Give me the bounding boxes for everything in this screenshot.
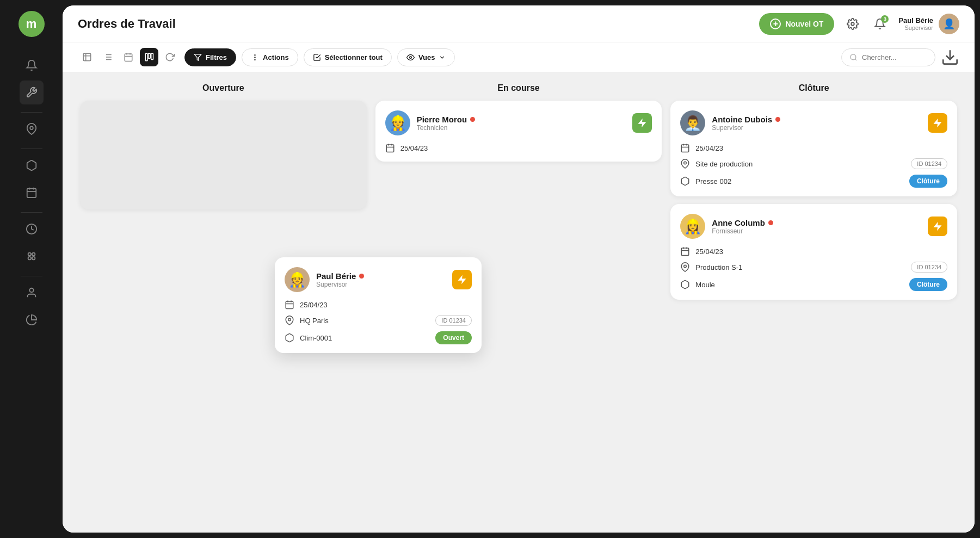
svg-point-7 <box>32 253 34 256</box>
search-input[interactable] <box>862 53 927 61</box>
online-indicator <box>775 117 780 122</box>
svg-point-33 <box>850 54 856 59</box>
card-antoine[interactable]: 👨‍💼 Antoine Dubois Supervisor <box>670 101 957 196</box>
svg-rect-27 <box>151 53 153 59</box>
notifications-button[interactable]: 3 <box>870 14 890 34</box>
sidebar-item-calendar[interactable] <box>20 181 44 205</box>
svg-line-34 <box>855 59 856 60</box>
sidebar: m <box>0 0 63 538</box>
sidebar-divider-1 <box>21 112 42 113</box>
popup-role: Supervisor <box>316 281 364 288</box>
popup-info: 25/04/23 HQ Paris ID 01234 Clim-0001 Ouv… <box>285 300 472 344</box>
svg-rect-21 <box>125 54 132 61</box>
header: Ordres de Travail + Nouvel OT 3 Paul Bér… <box>63 5 975 42</box>
svg-rect-1 <box>27 189 36 198</box>
svg-rect-25 <box>145 53 147 61</box>
user-name: Paul Bérie <box>898 16 933 24</box>
download-button[interactable] <box>941 48 959 66</box>
search-box[interactable] <box>841 48 935 66</box>
svg-point-9 <box>32 257 34 260</box>
svg-point-6 <box>28 253 31 256</box>
popup-status: Ouvert <box>435 331 472 344</box>
popup-card-paul[interactable]: 👷 Paul Bérie Supervisor <box>275 257 482 353</box>
card-anne[interactable]: 👷‍♀️ Anne Columb Fornisseur <box>670 204 957 300</box>
card-anne-id: ID 01234 <box>911 262 947 273</box>
card-anne-info: 25/04/23 Production S-1 ID 01234 <box>680 246 947 291</box>
filter-button[interactable]: Filtres <box>184 48 236 66</box>
card-antoine-machine: Presse 002 Clôture <box>680 175 947 188</box>
sidebar-item-maintenance[interactable] <box>20 81 44 104</box>
user-avatar[interactable]: 👤 <box>939 14 959 34</box>
svg-point-32 <box>410 56 412 58</box>
card-anne-date: 25/04/23 <box>680 246 947 256</box>
svg-point-0 <box>30 126 33 129</box>
svg-point-49 <box>684 265 687 268</box>
card-antoine-id: ID 01234 <box>911 158 947 169</box>
card-antoine-role: Supervisor <box>712 124 780 132</box>
card-anne-header: 👷‍♀️ Anne Columb Fornisseur <box>680 214 947 239</box>
view-icons <box>78 48 179 66</box>
col-cloture-body: 👨‍💼 Antoine Dubois Supervisor <box>666 101 961 300</box>
notification-badge: 3 <box>881 15 889 23</box>
select-all-button[interactable]: Sélectionner tout <box>304 48 392 66</box>
header-icons: 3 <box>843 14 890 34</box>
popup-id: ID 01234 <box>435 315 472 326</box>
svg-point-30 <box>255 57 255 57</box>
view-list[interactable] <box>98 48 117 66</box>
card-anne-badge <box>928 217 947 236</box>
svg-marker-28 <box>194 54 201 60</box>
view-calendar[interactable] <box>119 48 138 66</box>
svg-point-44 <box>684 162 687 164</box>
svg-rect-12 <box>83 53 91 61</box>
card-pierre-info: 25/04/23 <box>385 143 652 153</box>
card-anne-machine: Moule Clôture <box>680 278 947 291</box>
sidebar-item-dashboard[interactable] <box>20 217 44 241</box>
svg-rect-26 <box>149 53 151 58</box>
sidebar-divider-4 <box>21 276 42 276</box>
main-content: Ordres de Travail + Nouvel OT 3 Paul Bér… <box>63 5 975 533</box>
view-table[interactable] <box>78 48 96 66</box>
online-indicator <box>470 117 475 122</box>
actions-button[interactable]: Actions <box>242 48 298 66</box>
user-text: Paul Bérie Supervisor <box>898 16 933 31</box>
col-ouverture-header: Ouverture <box>76 83 371 93</box>
page-title: Ordres de Travail <box>78 17 176 31</box>
card-antoine-name: Antoine Dubois <box>712 115 780 124</box>
online-indicator <box>359 274 364 279</box>
card-antoine-badge <box>928 113 947 133</box>
sidebar-item-inventory[interactable] <box>20 153 44 177</box>
app-logo[interactable]: m <box>19 11 45 37</box>
card-antoine-location: Site de production ID 01234 <box>680 158 947 169</box>
card-antoine-info: 25/04/23 Site de production ID 01234 <box>680 143 947 188</box>
sidebar-item-notifications[interactable] <box>20 53 44 77</box>
kanban-wrapper: Ouverture En course 👷 <box>63 72 975 533</box>
svg-point-54 <box>288 318 291 321</box>
card-anne-avatar: 👷‍♀️ <box>680 214 705 239</box>
sidebar-item-modules[interactable] <box>20 244 44 268</box>
card-pierre-date: 25/04/23 <box>385 143 652 153</box>
card-antoine-person: 👨‍💼 Antoine Dubois Supervisor <box>680 110 780 135</box>
sidebar-item-location[interactable] <box>20 117 44 141</box>
svg-point-29 <box>255 54 255 55</box>
popup-location: HQ Paris ID 01234 <box>285 315 472 326</box>
svg-point-31 <box>255 59 255 60</box>
sidebar-divider-2 <box>21 149 42 149</box>
popup-machine: Clim-0001 Ouvert <box>285 331 472 344</box>
views-button[interactable]: Vues <box>397 48 455 66</box>
card-antoine-date: 25/04/23 <box>680 143 947 153</box>
card-anne-name: Anne Columb <box>712 218 773 227</box>
col-cloture: Clôture 👨‍💼 Antoine Dubois <box>666 83 961 300</box>
col-cloture-header: Clôture <box>666 83 961 93</box>
sidebar-item-users[interactable] <box>20 281 44 305</box>
card-pierre-avatar: 👷 <box>385 110 410 135</box>
user-info: Paul Bérie Supervisor 👤 <box>898 14 959 34</box>
view-kanban[interactable] <box>140 48 158 66</box>
settings-button[interactable] <box>843 14 862 34</box>
svg-rect-45 <box>682 248 689 256</box>
col-en-course-header: En course <box>371 83 667 93</box>
view-refresh[interactable] <box>161 48 179 66</box>
sidebar-item-reports[interactable] <box>20 308 44 332</box>
new-ot-button[interactable]: + Nouvel OT <box>759 13 834 35</box>
toolbar: Filtres Actions Sélectionner tout Vues <box>63 42 975 72</box>
card-pierre[interactable]: 👷 Pierre Morou Technicien <box>375 101 662 162</box>
